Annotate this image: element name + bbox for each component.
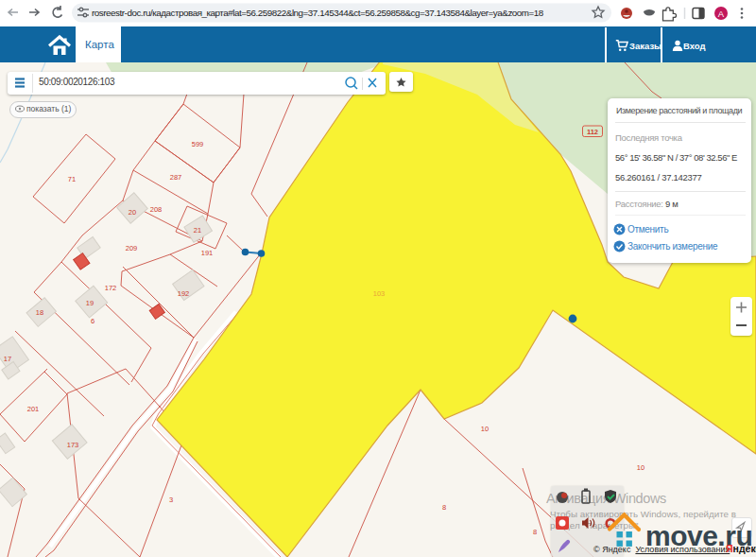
- svg-text:71: 71: [68, 175, 76, 183]
- svg-text:201: 201: [27, 405, 40, 413]
- svg-text:192: 192: [178, 289, 190, 298]
- svg-text:112: 112: [587, 128, 598, 136]
- svg-text:10: 10: [481, 425, 489, 433]
- svg-text:10: 10: [637, 463, 644, 472]
- svg-text:18: 18: [36, 308, 43, 317]
- svg-text:173: 173: [67, 441, 79, 449]
- svg-text:172: 172: [105, 284, 117, 292]
- svg-text:19: 19: [86, 299, 94, 307]
- svg-text:8: 8: [442, 503, 446, 512]
- svg-text:599: 599: [192, 140, 204, 148]
- svg-text:21: 21: [194, 226, 201, 235]
- svg-text:6: 6: [91, 317, 94, 325]
- svg-text:191: 191: [201, 249, 214, 257]
- svg-text:8: 8: [533, 528, 537, 536]
- svg-text:287: 287: [170, 173, 182, 182]
- svg-text:17: 17: [4, 355, 11, 363]
- svg-text:3: 3: [169, 496, 173, 504]
- svg-text:209: 209: [126, 244, 138, 252]
- svg-text:A: A: [718, 9, 725, 19]
- svg-text:208: 208: [150, 205, 163, 214]
- svg-text:103: 103: [373, 289, 386, 298]
- svg-text:20: 20: [129, 208, 136, 217]
